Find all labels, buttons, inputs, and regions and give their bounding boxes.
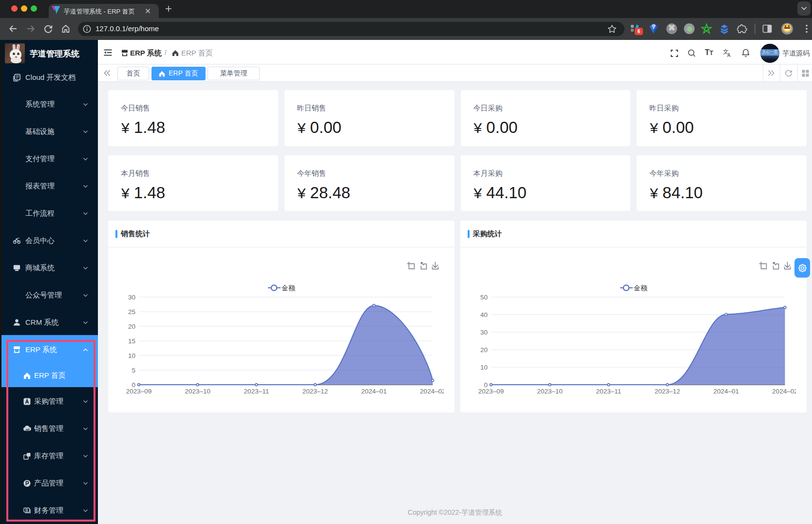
svg-text:2024–01: 2024–01	[713, 388, 739, 395]
svg-text:2023–12: 2023–12	[654, 388, 680, 395]
svg-text:10: 10	[480, 364, 487, 371]
svg-text:15: 15	[128, 337, 135, 345]
svg-text:2024–02: 2024–02	[420, 388, 444, 395]
svg-text:30: 30	[128, 294, 135, 301]
svg-text:2023–09: 2023–09	[478, 388, 504, 395]
svg-text:金额: 金额	[282, 284, 295, 292]
svg-text:40: 40	[480, 311, 487, 318]
svg-text:10: 10	[128, 352, 135, 359]
svg-text:25: 25	[128, 308, 135, 316]
svg-text:50: 50	[480, 294, 487, 301]
svg-text:2023–09: 2023–09	[126, 388, 152, 395]
svg-text:2024–02: 2024–02	[772, 388, 796, 395]
svg-text:2023–10: 2023–10	[537, 388, 563, 395]
svg-text:A: A	[727, 53, 731, 57]
svg-text:2023–10: 2023–10	[185, 388, 210, 395]
svg-text:30: 30	[480, 329, 487, 336]
svg-text:2023–11: 2023–11	[596, 388, 621, 395]
svg-text:5: 5	[132, 367, 135, 374]
svg-text:2023–11: 2023–11	[244, 388, 269, 395]
svg-text:金额: 金额	[634, 284, 647, 292]
svg-text:2024–01: 2024–01	[361, 388, 387, 395]
svg-text:20: 20	[480, 346, 487, 354]
svg-text:20: 20	[128, 323, 135, 330]
svg-text:2023–12: 2023–12	[302, 388, 328, 395]
